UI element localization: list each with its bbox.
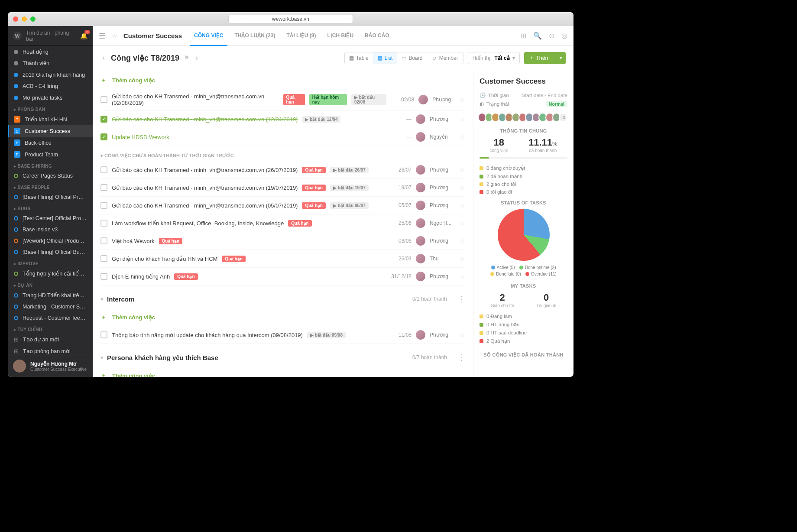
app-logo[interactable]: W [13,32,22,40]
avatar-more[interactable]: +5 [559,113,567,122]
task-star-icon[interactable]: ☆ [460,167,465,173]
sidebar-item[interactable]: Marketing - Customer Succ... [8,301,93,312]
task-checkbox[interactable] [100,331,107,338]
view-button[interactable]: ☺Member [427,52,463,64]
nav-tab[interactable]: LỊCH BIỂU [323,26,358,46]
filter-dropdown[interactable]: Hiển thị: Tất cả ▾ [468,52,520,64]
task-star-icon[interactable]: ☆ [460,134,465,140]
sidebar-search[interactable]: Tìm dự án - phòng ban [26,30,76,42]
sidebar-item[interactable]: ⊞Tạo phòng ban mới [8,345,93,355]
task-star-icon[interactable]: ☆ [460,332,465,338]
nav-prev-icon[interactable]: ‹ [100,52,107,64]
sidebar-item[interactable]: CCustomer Success [8,125,93,137]
assignee-name: Nguyễn [430,134,456,140]
task-row[interactable]: Gửi báo cáo cho KH Transmed - minh_vh@tr… [100,197,465,214]
task-checkbox[interactable] [100,133,107,140]
sidebar-item[interactable]: Mơ private tasks [8,92,93,104]
nav-next-icon[interactable]: › [194,52,200,64]
add-task-button[interactable]: ＋Thêm công việc [100,70,465,89]
sidebar-item-icon [14,239,18,243]
nav-tab[interactable]: BÁO CÁO [360,26,394,46]
sidebar-item[interactable]: [Base Hiring] Official Produ... [8,191,93,203]
apps-icon[interactable]: ⊞ [521,32,526,40]
task-row[interactable]: Gửi báo cáo cho KH Transmed - minh_vh@tr… [100,161,465,179]
task-row[interactable]: Làm workflow triển khai Request, Office,… [100,214,465,232]
search-icon[interactable]: 🔍 [533,32,542,40]
more-icon[interactable]: ⋮ [457,353,465,362]
sidebar-item-icon [14,174,18,178]
member-avatars[interactable]: +5 [479,113,567,122]
task-checkbox[interactable] [100,184,107,191]
nav-tab[interactable]: CÔNG VIỆC [190,26,227,46]
close-window[interactable] [13,16,18,22]
task-row[interactable]: Việt hoá WeworkQuá hạn03/06Phương☆ [100,232,465,250]
view-button[interactable]: ▭Board [397,52,427,64]
add-caret[interactable]: ▾ [556,52,566,64]
task-row[interactable]: Dịch E-hiring tiếng AnhQuá hạn31/12/18Ph… [100,268,465,285]
task-row[interactable]: Gửi báo cáo cho KH Transmed - minh_vh@tr… [100,110,465,128]
flag-icon[interactable]: ⚑ [184,54,189,62]
task-row[interactable]: Thông báo tính năng mới update cho khách… [100,326,465,344]
task-star-icon[interactable]: ☆ [460,202,465,209]
sidebar-item[interactable]: BBack-office [8,137,93,149]
menu-toggle-icon[interactable]: ☰ [99,31,106,41]
sidebar-item[interactable]: Tổng hợp ý kiến cải tiến Ba... [8,268,93,279]
task-group-header[interactable]: ▾Persona khách hàng yêu thích Base0/7 ho… [100,344,465,366]
add-task-button[interactable]: ＋Thêm công việc [100,366,465,377]
maximize-window[interactable] [30,16,36,22]
sidebar-item[interactable]: Trang HD Triển khai trên W... [8,289,93,301]
view-button[interactable]: ▤List [373,52,398,64]
nav-tab[interactable]: TÀI LIỆU (9) [282,26,320,46]
task-star-icon[interactable]: ☆ [460,220,465,227]
task-star-icon[interactable]: ☆ [460,256,465,262]
sidebar-item[interactable]: Base inside v3 [8,224,93,235]
task-checkbox[interactable] [100,237,107,244]
task-star-icon[interactable]: ☆ [460,116,465,123]
more-icon[interactable]: ⋮ [457,294,465,304]
help-icon[interactable]: ⊙ [549,32,554,40]
minimize-window[interactable] [22,16,27,22]
task-checkbox[interactable] [100,255,107,262]
user-name: Nguyễn Hương Mơ [30,361,87,367]
sidebar-item[interactable]: Hoạt động [8,46,93,58]
sidebar-item[interactable]: 2019 Gia hạn khách hàng [8,69,93,81]
sidebar-item[interactable]: Request - Customer feedba... [8,312,93,324]
task-star-icon[interactable]: ☆ [460,238,465,244]
sidebar-item[interactable]: ⊞Tạo dự án mới [8,334,93,345]
sidebar-item[interactable]: PProduct Team [8,149,93,160]
sidebar-item[interactable]: Thành viên [8,58,93,69]
add-button[interactable]: + Thêm [524,52,556,64]
task-star-icon[interactable]: ☆ [460,185,465,191]
sidebar-item[interactable]: [Base Hiring] Official Bug H... [8,247,93,258]
task-star-icon[interactable]: ☆ [460,273,465,280]
notifications-icon[interactable]: 🔔3 [80,32,87,39]
task-star-icon[interactable]: ☆ [460,97,465,103]
task-checkbox[interactable] [100,96,107,103]
task-group-header[interactable]: ▾Intercom0/1 hoàn thành⋮ [100,285,465,307]
task-checkbox[interactable] [100,273,107,280]
task-row[interactable]: Gửi báo cáo cho KH Transmed - minh_vh@tr… [100,179,465,197]
nav-tab[interactable]: THẢO LUẬN (23) [230,26,279,46]
assignee-name: Phương [430,185,456,191]
sidebar-item[interactable]: TTriển khai KH HN [8,114,93,125]
address-bar[interactable]: wework.base.vn [228,15,353,23]
task-checkbox[interactable] [100,166,107,173]
add-task-button[interactable]: ＋Thêm công việc [100,307,465,326]
task-checkbox[interactable] [100,202,107,209]
sidebar-item[interactable]: ACB - E-Hiring [8,81,93,92]
task-checkbox[interactable] [100,220,107,227]
task-row[interactable]: Update HDSD Wework---Nguyễn☆ [100,128,465,146]
sidebar-item[interactable]: [Test Center] Official Project [8,213,93,224]
assignee-avatar [416,165,425,175]
sidebar-item[interactable]: [Wework] Official Product D... [8,235,93,247]
task-row[interactable]: Gọi điện cho khách hàng đầu HN và HCMQuá… [100,250,465,268]
location-icon[interactable]: ◎ [561,32,567,40]
star-icon[interactable]: ☆ [112,32,117,40]
view-button[interactable]: ▦Table [345,52,373,64]
task-row[interactable]: Gửi báo cáo cho KH Transmed - minh_vh@tr… [100,89,465,110]
task-tag: Quá hạn [222,256,245,262]
sidebar-item[interactable]: Career Pages Status [8,170,93,182]
task-checkbox[interactable] [100,116,107,123]
sidebar-user[interactable]: Nguyễn Hương Mơ Customer Success Executi… [8,355,93,377]
sidebar-section: ▸ DỰ ÁN [8,279,93,289]
